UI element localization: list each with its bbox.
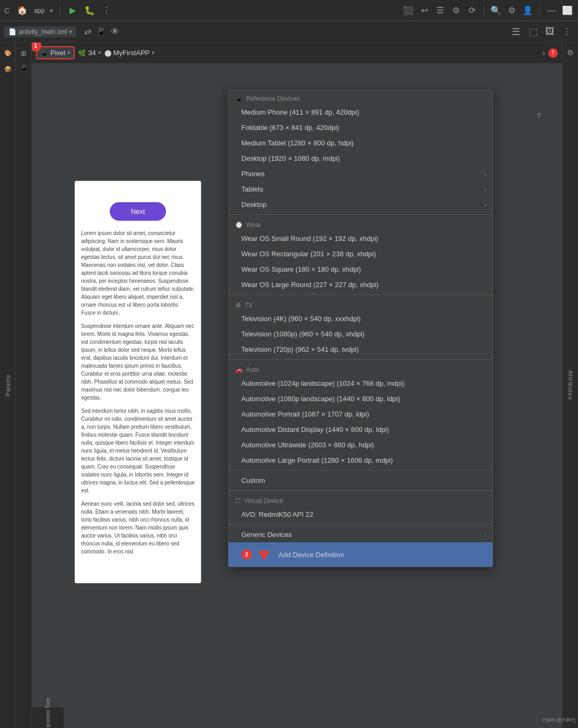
auto-1080p-item[interactable]: Automotive (1080p landscape) (1440 × 800… bbox=[229, 391, 493, 406]
attributes-label: Attributes bbox=[567, 370, 574, 400]
reference-devices-header: 📱 Reference Devices bbox=[229, 91, 493, 105]
auto-icon: 🚗 bbox=[235, 366, 243, 374]
error-badge: ! bbox=[548, 48, 558, 58]
tablets-submenu-item[interactable]: Tablets › bbox=[229, 181, 493, 197]
file-name: activity_main.xml bbox=[19, 28, 67, 36]
refresh-icon[interactable]: ⚙ bbox=[450, 4, 462, 17]
reference-label: Reference Devices bbox=[246, 95, 300, 102]
preview-area: 1 📱 Pixel ▾ 🌿 34 ▾ ⬤ MyFirstAPP ▾ › ! bbox=[32, 42, 562, 728]
wear-small-round-item[interactable]: Wear OS Small Round (192 × 192 dp, xhdpi… bbox=[229, 231, 493, 246]
file-dropdown-arrow[interactable]: ▾ bbox=[69, 28, 72, 36]
tv-4k-item[interactable]: Television (4K) (960 × 540 dp, xxxhdpi) bbox=[229, 311, 493, 326]
virtual-device-icon: ☐ bbox=[235, 497, 241, 505]
avd-item[interactable]: AVD: RedmiK50 API 22 bbox=[229, 507, 493, 522]
attributes-icon[interactable]: ⚙ bbox=[565, 47, 576, 58]
split-icon[interactable]: ⬚ bbox=[526, 25, 540, 39]
play-icon[interactable]: ▶ bbox=[66, 4, 79, 17]
main-area: Palette 🎨 📦 ⊞ 📱 1 📱 Pixel ▾ 🌿 34 bbox=[0, 42, 578, 728]
wear-square-item[interactable]: Wear OS Square (180 × 180 dp, xhdpi) bbox=[229, 262, 493, 277]
layout-icon[interactable]: ☰ bbox=[509, 25, 523, 39]
phone-preview: Next Lorem ipsum dolor sit amet, consect… bbox=[74, 180, 202, 584]
foldable-item[interactable]: Foldable (673 × 841 dp, 420dpi) bbox=[229, 120, 493, 135]
desktop-submenu-item[interactable]: Desktop › bbox=[229, 197, 493, 212]
file-tab[interactable]: 📄 activity_main.xml ▾ bbox=[4, 27, 76, 37]
medium-phone-item[interactable]: Medium Phone (411 × 891 dp, 420dpi) bbox=[229, 105, 493, 120]
component-tree-panel[interactable]: Component Tree bbox=[32, 707, 64, 728]
separator-3 bbox=[539, 5, 540, 16]
custom-item[interactable]: Custom bbox=[229, 473, 493, 488]
lorem-text-3: Sed interdum tortor nibh, in sagittis ri… bbox=[81, 407, 195, 495]
auto-large-portrait-item[interactable]: Automotive Large Portrait (1280 × 1606 d… bbox=[229, 453, 493, 468]
device-dropdown-arrow[interactable]: ▾ bbox=[67, 49, 71, 56]
more-options-icon[interactable]: ⋮ bbox=[560, 25, 574, 39]
desktop-chevron: › bbox=[484, 202, 486, 208]
wear-large-round-item[interactable]: Wear OS Large Round (227 × 227 dp, xhdpi… bbox=[229, 277, 493, 292]
divider-1 bbox=[229, 214, 493, 215]
expand-arrow[interactable]: › bbox=[542, 48, 545, 58]
question-icon[interactable]: ? bbox=[537, 111, 541, 120]
orientation-icon[interactable]: ⇄ bbox=[82, 26, 93, 38]
run-icon[interactable]: ⬛ bbox=[402, 4, 415, 17]
app-icon[interactable]: 🏠 bbox=[16, 4, 29, 17]
tv-1080p-item[interactable]: Television (1080p) (960 × 540 dp, xhdpi) bbox=[229, 326, 493, 342]
wear-rectangular-item[interactable]: Wear OS Rectangular (201 × 238 dp, xhdpi… bbox=[229, 246, 493, 262]
app-name-label[interactable]: app bbox=[33, 4, 46, 17]
palette-label: Palette bbox=[5, 374, 11, 396]
app-dropdown-chevron[interactable]: ▾ bbox=[152, 49, 155, 56]
back-arrow-icon[interactable]: ↩ bbox=[418, 4, 431, 17]
app-bullet: ⬤ bbox=[104, 49, 111, 57]
wear-label: Wear bbox=[246, 221, 261, 229]
next-button[interactable]: Next bbox=[110, 202, 167, 221]
generic-devices-item[interactable]: Generic Devices › bbox=[229, 527, 493, 542]
csdn-watermark: CSDN @六和七 bbox=[542, 717, 576, 724]
component-icon[interactable]: 📦 bbox=[2, 63, 14, 75]
app-dropdown-arrow[interactable]: ▾ bbox=[50, 7, 53, 14]
phone-content: Next Lorem ipsum dolor sit amet, consect… bbox=[75, 181, 201, 567]
api-level: 34 bbox=[88, 49, 95, 57]
sync-icon[interactable]: ⟳ bbox=[466, 4, 478, 17]
app-logo: C bbox=[4, 6, 10, 15]
app-display-name: MyFirstAPP bbox=[113, 49, 150, 57]
divider-5 bbox=[229, 490, 493, 491]
wear-header: ⌚ Wear bbox=[229, 217, 493, 231]
code-icon[interactable]: 🖼 bbox=[543, 25, 557, 39]
maximize-icon[interactable]: ⬜ bbox=[561, 4, 574, 17]
auto-1024p-item[interactable]: Automotive (1024p landscape) (1024 × 768… bbox=[229, 376, 493, 391]
auto-ultrawide-item[interactable]: Automotive Ultrawide (2603 × 880 dp, hdp… bbox=[229, 437, 493, 453]
device-dropdown-menu: 📱 Reference Devices Medium Phone (411 × … bbox=[228, 90, 493, 567]
left-sidebar: ⊞ 📱 bbox=[16, 42, 32, 728]
debug-icon[interactable]: 🐛 bbox=[83, 4, 96, 17]
lorem-text-2: Suspendisse interdum ornare ante. Aliqua… bbox=[81, 322, 195, 402]
search-icon[interactable]: 🔍 bbox=[489, 4, 502, 17]
add-device-definition-item[interactable]: 2 Add Device Definition bbox=[229, 542, 493, 567]
palette-icon[interactable]: 🎨 bbox=[2, 47, 14, 59]
api-selector[interactable]: 🌿 34 ▾ bbox=[78, 49, 101, 57]
phones-submenu-item[interactable]: Phones › bbox=[229, 166, 493, 181]
second-toolbar: 📄 activity_main.xml ▾ ⇄ 📱 👁 ☰ ⬚ 🖼 ⋮ bbox=[0, 21, 578, 42]
divider-2 bbox=[229, 294, 493, 295]
auto-portrait-item[interactable]: Automotive Portrait (1067 × 1707 dp, ldp… bbox=[229, 406, 493, 422]
virtual-device-header: ☐ Virtual Device bbox=[229, 493, 493, 507]
dropdown-scroll-area[interactable]: 📱 Reference Devices Medium Phone (411 × … bbox=[229, 91, 493, 567]
app-selector[interactable]: ⬤ MyFirstAPP ▾ bbox=[104, 49, 155, 57]
more-vert-icon[interactable]: ⋮ bbox=[100, 4, 113, 17]
tv-720p-item[interactable]: Television (720p) (962 × 541 dp, tvdpi) bbox=[229, 342, 493, 357]
eye-icon[interactable]: 👁 bbox=[109, 26, 121, 38]
desktop-item[interactable]: Desktop (1920 × 1080 dp, mdpi) bbox=[229, 151, 493, 166]
device-selector[interactable]: 1 📱 Pixel ▾ bbox=[36, 46, 75, 59]
device-icon[interactable]: 📱 bbox=[95, 26, 107, 38]
layout-view-icon[interactable]: ⊞ bbox=[17, 47, 30, 59]
medium-tablet-item[interactable]: Medium Tablet (1280 × 800 dp, hdpi) bbox=[229, 135, 493, 151]
settings-icon[interactable]: ⚙ bbox=[505, 4, 518, 17]
reference-icon: 📱 bbox=[235, 95, 243, 102]
device-name: Pixel bbox=[50, 49, 65, 57]
account-icon[interactable]: 👤 bbox=[521, 4, 534, 17]
lorem-text-4: Aenean nunc velit, lacinia sed dolor sed… bbox=[81, 500, 195, 556]
tv-icon: 🖥 bbox=[235, 301, 241, 309]
list-view-icon[interactable]: ☰ bbox=[434, 4, 446, 17]
api-dropdown-arrow[interactable]: ▾ bbox=[98, 49, 101, 56]
tablets-chevron: › bbox=[484, 186, 486, 193]
minimize-icon[interactable]: — bbox=[545, 4, 558, 17]
auto-distant-item[interactable]: Automotive Distant Display (1440 × 800 d… bbox=[229, 422, 493, 437]
device-preview-icon[interactable]: 📱 bbox=[17, 62, 30, 74]
